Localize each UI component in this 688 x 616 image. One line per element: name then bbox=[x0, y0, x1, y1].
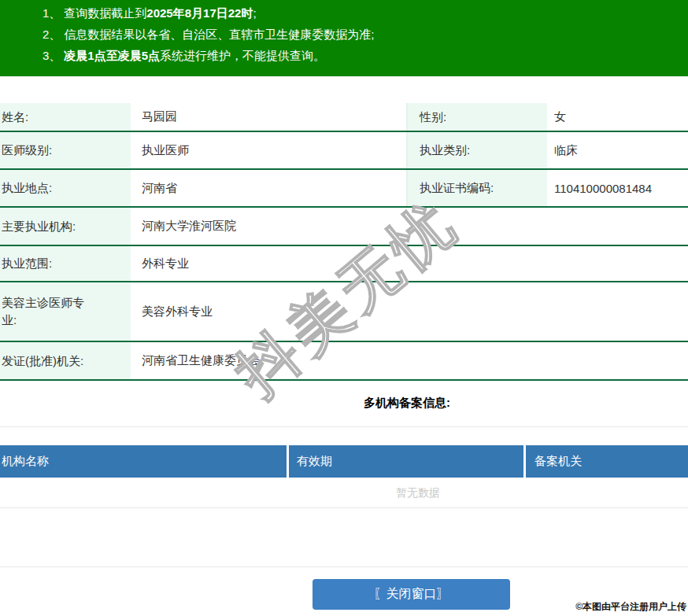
info-value: 河南省卫生健康委员会 bbox=[131, 342, 688, 379]
notice-text: 凌晨1点至凌晨5点 bbox=[64, 49, 160, 62]
divider bbox=[0, 426, 688, 427]
info-label: 执业证书编码: bbox=[407, 170, 547, 206]
divider bbox=[0, 507, 688, 508]
info-label: 执业范围: bbox=[0, 246, 131, 281]
table-row: 医师级别:执业医师执业类别:临床 bbox=[0, 132, 688, 170]
empty-state-text: 暂无数据 bbox=[148, 478, 688, 507]
backup-table-header: 机构名称有效期备案机关 bbox=[0, 445, 688, 478]
info-label: 发证(批准)机关: bbox=[0, 342, 131, 379]
notice-text: 信息数据结果以各省、自治区、直辖市卫生健康委数据为准; bbox=[64, 28, 374, 41]
upload-credit: ©本图由平台注册用户上传 bbox=[575, 600, 686, 614]
notice-line: 2、信息数据结果以各省、自治区、直辖市卫生健康委数据为准; bbox=[43, 24, 680, 45]
info-label: 姓名: bbox=[0, 103, 131, 131]
info-value: 临床 bbox=[547, 132, 688, 168]
info-value: 外科专业 bbox=[131, 246, 688, 281]
info-value: 河南大学淮河医院 bbox=[131, 208, 688, 245]
notice-list: 1、查询数据截止到2025年8月17日22时;2、信息数据结果以各省、自治区、直… bbox=[43, 2, 680, 66]
notice-text: ; bbox=[253, 6, 256, 20]
backup-section-title: 多机构备案信息: bbox=[126, 396, 688, 411]
backup-col-header: 备案机关 bbox=[526, 445, 688, 478]
backup-col-header: 机构名称 bbox=[0, 445, 287, 478]
info-value: 110410000081484 bbox=[547, 170, 688, 206]
info-label: 性别: bbox=[407, 103, 547, 131]
info-label: 执业类别: bbox=[407, 132, 547, 168]
backup-col-header: 有效期 bbox=[289, 445, 523, 478]
info-value: 马园园 bbox=[131, 103, 407, 131]
table-row: 主要执业机构:河南大学淮河医院 bbox=[0, 208, 688, 246]
close-window-button[interactable]: 〖关闭窗口〗 bbox=[313, 579, 510, 610]
info-label: 医师级别: bbox=[0, 132, 131, 168]
info-label: 主要执业机构: bbox=[0, 208, 131, 245]
notice-banner: 1、查询数据截止到2025年8月17日22时;2、信息数据结果以各省、自治区、直… bbox=[0, 0, 688, 76]
info-value: 执业医师 bbox=[131, 132, 407, 168]
info-value: 河南省 bbox=[131, 170, 407, 206]
table-row: 姓名:马园园性别:女 bbox=[0, 103, 688, 132]
info-label: 美容主诊医师专 业: bbox=[0, 282, 131, 341]
notice-text: 系统进行维护，不能提供查询。 bbox=[160, 49, 325, 62]
table-row: 执业地点:河南省执业证书编码:110410000081484 bbox=[0, 170, 688, 208]
divider bbox=[0, 566, 688, 567]
notice-number: 1、 bbox=[43, 6, 61, 20]
table-row: 美容主诊医师专 业:美容外科专业 bbox=[0, 282, 688, 342]
table-row: 执业范围:外科专业 bbox=[0, 246, 688, 282]
query-result-page: 1、查询数据截止到2025年8月17日22时;2、信息数据结果以各省、自治区、直… bbox=[0, 0, 688, 616]
notice-line: 3、凌晨1点至凌晨5点系统进行维护，不能提供查询。 bbox=[43, 45, 680, 66]
notice-number: 2、 bbox=[43, 28, 61, 41]
info-value: 美容外科专业 bbox=[131, 282, 688, 341]
notice-text: 2025年8月17日22时 bbox=[146, 6, 253, 20]
info-label: 执业地点: bbox=[0, 170, 131, 206]
notice-line: 1、查询数据截止到2025年8月17日22时; bbox=[43, 2, 680, 24]
table-row: 发证(批准)机关:河南省卫生健康委员会 bbox=[0, 342, 688, 381]
notice-text: 查询数据截止到 bbox=[64, 6, 146, 20]
info-table: 姓名:马园园性别:女医师级别:执业医师执业类别:临床执业地点:河南省执业证书编码… bbox=[0, 103, 688, 381]
info-value: 女 bbox=[547, 103, 688, 131]
notice-number: 3、 bbox=[43, 49, 61, 62]
